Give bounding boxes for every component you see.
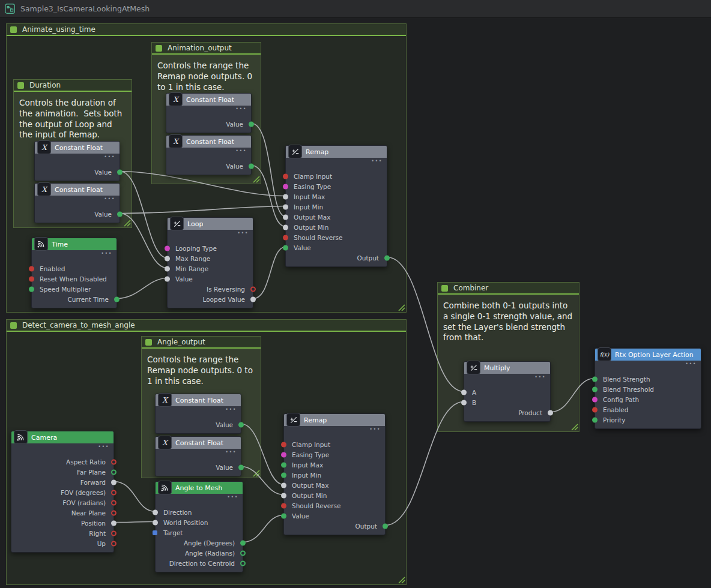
- node-header[interactable]: Multiply: [464, 362, 550, 374]
- port-dot-output[interactable]: [384, 255, 390, 260]
- node-header[interactable]: Loop: [168, 218, 253, 230]
- port-dot-value[interactable]: [117, 211, 123, 217]
- port-dot-speed-multiplier[interactable]: [29, 286, 34, 292]
- port-dot-looping-type[interactable]: [165, 245, 170, 251]
- port-dot-clamp-input[interactable]: [283, 173, 288, 179]
- port-dot-direction-to-centroid[interactable]: [240, 560, 246, 566]
- group-header[interactable]: Animate_using_time: [7, 24, 406, 36]
- comment-header[interactable]: Angle_output: [142, 337, 261, 349]
- port-dot-fov-degrees[interactable]: [111, 490, 116, 495]
- port-dot-b[interactable]: [461, 400, 467, 405]
- comment-header[interactable]: Combiner: [438, 283, 579, 295]
- port-dot-output-min[interactable]: [281, 493, 286, 498]
- port-dot-fov-radians[interactable]: [111, 500, 116, 505]
- port-dot-value[interactable]: [249, 121, 254, 127]
- port-dot-config-path[interactable]: [592, 397, 598, 402]
- node-header[interactable]: X Constant Float: [35, 142, 120, 154]
- node-header[interactable]: Time: [32, 238, 116, 250]
- node-constant-float-angleout-2[interactable]: X Constant Float ••• Value: [155, 436, 241, 476]
- port-dot-value[interactable]: [117, 169, 123, 175]
- resize-handle-icon[interactable]: [252, 469, 260, 477]
- port-dot-right[interactable]: [111, 530, 116, 536]
- resize-handle-icon[interactable]: [123, 219, 131, 227]
- port-dot-input-min[interactable]: [283, 204, 288, 209]
- port-dot-position[interactable]: [111, 520, 116, 526]
- port-dot-value[interactable]: [281, 513, 286, 518]
- port-dot-is-reversing[interactable]: [250, 286, 256, 292]
- node-header[interactable]: X Constant Float: [156, 394, 241, 406]
- port-dot-value[interactable]: [165, 276, 170, 281]
- node-options-ellipsis[interactable]: •••: [32, 250, 116, 259]
- port-dot-value[interactable]: [238, 464, 244, 470]
- node-options-ellipsis[interactable]: •••: [11, 443, 113, 452]
- resize-handle-icon[interactable]: [252, 175, 260, 183]
- node-loop[interactable]: Loop ••• Looping Type Max Range Min Rang…: [167, 217, 253, 308]
- node-header[interactable]: X Constant Float: [166, 136, 251, 148]
- port-dot-a[interactable]: [461, 389, 467, 395]
- port-dot-easing-type[interactable]: [281, 452, 286, 457]
- port-dot-value[interactable]: [249, 163, 254, 169]
- node-constant-float-duration-1[interactable]: X Constant Float ••• Value: [34, 141, 120, 181]
- port-dot-priority[interactable]: [592, 417, 598, 422]
- node-options-ellipsis[interactable]: •••: [156, 406, 241, 415]
- port-dot-up[interactable]: [111, 541, 116, 546]
- node-header[interactable]: X Constant Float: [35, 184, 120, 196]
- node-options-ellipsis[interactable]: •••: [166, 148, 251, 156]
- node-header[interactable]: X Constant Float: [166, 94, 251, 106]
- resize-handle-icon[interactable]: [570, 423, 578, 431]
- node-rtx-option-layer-action[interactable]: f(x) Rtx Option Layer Action ••• Blend S…: [595, 348, 701, 429]
- node-options-ellipsis[interactable]: •••: [464, 374, 550, 382]
- port-dot-should-reverse[interactable]: [283, 235, 288, 240]
- node-constant-float-angleout-1[interactable]: X Constant Float ••• Value: [155, 394, 241, 434]
- node-constant-float-animout-2[interactable]: X Constant Float ••• Value: [166, 135, 252, 175]
- port-dot-looped-value[interactable]: [250, 296, 256, 302]
- port-dot-clamp-input[interactable]: [281, 442, 286, 447]
- node-header[interactable]: Remap: [286, 146, 387, 158]
- node-header[interactable]: X Constant Float: [156, 437, 241, 449]
- port-dot-product[interactable]: [548, 410, 553, 415]
- port-dot-input-max[interactable]: [283, 194, 288, 199]
- port-dot-target[interactable]: [153, 530, 157, 535]
- node-options-ellipsis[interactable]: •••: [166, 106, 251, 114]
- port-dot-forward[interactable]: [111, 479, 116, 485]
- port-dot-output-min[interactable]: [283, 224, 288, 230]
- node-options-ellipsis[interactable]: •••: [595, 361, 701, 369]
- port-dot-near-plane[interactable]: [111, 510, 116, 515]
- resize-handle-icon[interactable]: [398, 576, 405, 584]
- node-angle-to-mesh[interactable]: Angle to Mesh ••• Direction World Positi…: [155, 481, 243, 572]
- port-dot-input-max[interactable]: [281, 462, 286, 467]
- node-options-ellipsis[interactable]: •••: [35, 196, 120, 204]
- group-header[interactable]: Detect_camera_to_mesh_angle: [7, 320, 406, 332]
- port-dot-aspect-ratio[interactable]: [111, 459, 116, 464]
- port-dot-reset-when-disabled[interactable]: [29, 276, 34, 281]
- port-dot-blend-strength[interactable]: [592, 376, 598, 382]
- port-dot-blend-threshold[interactable]: [592, 386, 598, 392]
- node-options-ellipsis[interactable]: •••: [284, 426, 385, 434]
- node-constant-float-animout-1[interactable]: X Constant Float ••• Value: [166, 93, 252, 133]
- node-options-ellipsis[interactable]: •••: [168, 230, 253, 238]
- node-constant-float-duration-2[interactable]: X Constant Float ••• Value: [34, 183, 120, 223]
- port-dot-world-position[interactable]: [153, 520, 158, 525]
- node-options-ellipsis[interactable]: •••: [156, 449, 241, 457]
- node-header[interactable]: Remap: [284, 414, 385, 426]
- node-remap-1[interactable]: Remap ••• Clamp Input Easing Type Input …: [285, 145, 387, 267]
- node-options-ellipsis[interactable]: •••: [156, 494, 243, 502]
- node-time[interactable]: Time ••• Enabled Reset When Disabled Spe…: [31, 238, 117, 308]
- node-camera[interactable]: Camera ••• Aspect Ratio Far Plane Forwar…: [11, 431, 114, 553]
- port-dot-max-range[interactable]: [165, 256, 170, 261]
- node-options-ellipsis[interactable]: •••: [35, 154, 120, 162]
- port-dot-far-plane[interactable]: [111, 469, 116, 475]
- port-dot-angle-degrees[interactable]: [240, 540, 246, 545]
- port-dot-enabled[interactable]: [29, 266, 34, 271]
- port-dot-input-min[interactable]: [281, 472, 286, 478]
- comment-header[interactable]: Duration: [14, 80, 132, 92]
- port-dot-easing-type[interactable]: [283, 184, 288, 189]
- port-dot-output-max[interactable]: [281, 482, 286, 488]
- port-dot-value[interactable]: [283, 245, 288, 250]
- port-dot-angle-radians[interactable]: [240, 550, 246, 556]
- node-remap-2[interactable]: Remap ••• Clamp Input Easing Type Input …: [283, 413, 386, 535]
- port-dot-output-max[interactable]: [283, 214, 288, 220]
- resize-handle-icon[interactable]: [398, 304, 405, 311]
- port-dot-current-time[interactable]: [114, 296, 120, 302]
- node-options-ellipsis[interactable]: •••: [286, 158, 387, 166]
